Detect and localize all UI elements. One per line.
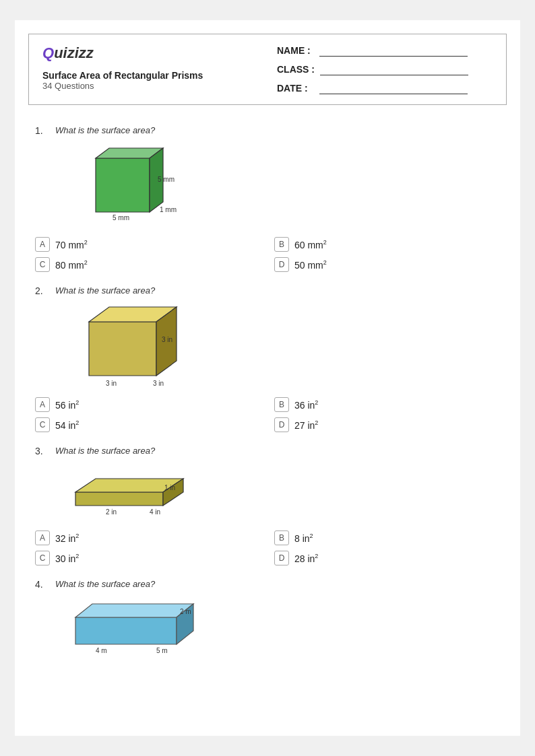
q1-letter-c: C (35, 257, 50, 272)
q2-number: 2. (35, 285, 55, 296)
q2-letter-c: C (35, 417, 50, 432)
q1-text-a: 70 mm2 (55, 239, 88, 250)
q3-text-a: 32 in2 (55, 532, 79, 544)
question-1: 1. What is the surface area? 5 mm 5 mm 1… (35, 125, 500, 272)
svg-text:1 mm: 1 mm (160, 206, 177, 213)
svg-marker-19 (75, 604, 193, 617)
q3-number: 3. (35, 446, 55, 456)
svg-text:2 m: 2 m (180, 608, 191, 615)
question-4: 4. What is the surface area? 2 m 4 m 5 m (35, 579, 500, 656)
q2-text: What is the surface area? (55, 285, 155, 296)
q2-text-a: 56 in2 (55, 399, 79, 411)
svg-text:3 in: 3 in (106, 380, 117, 387)
svg-text:3 in: 3 in (153, 380, 164, 387)
name-label: NAME : (277, 45, 314, 56)
q2-text-b: 36 in2 (294, 399, 318, 411)
q4-header: 4. What is the surface area? (35, 579, 500, 590)
q1-letter-b: B (274, 237, 289, 252)
q2-c: C 54 in2 (35, 417, 261, 432)
page: Q uizizz Surface Area of Rectangular Pri… (15, 20, 520, 736)
q3-d: D 28 in2 (274, 551, 500, 565)
content: 1. What is the surface area? 5 mm 5 mm 1… (15, 118, 520, 676)
q3-letter-a: A (35, 530, 50, 545)
q3-c: C 30 in2 (35, 551, 261, 565)
date-label: DATE : (277, 83, 314, 94)
svg-text:5 mm: 5 mm (158, 176, 175, 183)
name-line[interactable] (319, 44, 468, 57)
date-row: DATE : (277, 82, 493, 94)
class-row: CLASS : (277, 63, 493, 75)
q3-b: B 8 in2 (274, 530, 500, 545)
q2-text-c: 54 in2 (55, 419, 79, 431)
svg-marker-12 (75, 492, 163, 506)
q3-figure: 1 in 2 in 4 in (55, 462, 500, 522)
q2-d: D 27 in2 (274, 417, 500, 432)
q3-text-b: 8 in2 (294, 532, 313, 544)
q3-letter-c: C (35, 551, 50, 565)
q2-a: A 56 in2 (35, 397, 261, 412)
svg-marker-18 (75, 617, 177, 644)
q2-letter-d: D (274, 417, 289, 432)
q1-c: C 80 mm2 (35, 257, 261, 272)
q1-letter-d: D (274, 257, 289, 272)
q1-header: 1. What is the surface area? (35, 125, 500, 136)
q1-figure: 5 mm 5 mm 1 mm (55, 141, 500, 229)
q3-header: 3. What is the surface area? (35, 446, 500, 456)
svg-text:5 mm: 5 mm (113, 214, 129, 221)
q3-text-d: 28 in2 (294, 553, 318, 564)
svg-marker-0 (96, 158, 150, 212)
q4-text: What is the surface area? (55, 579, 155, 589)
svg-text:3 in: 3 in (162, 336, 172, 343)
q2-figure: 3 in 3 in 3 in (55, 302, 500, 389)
header-left: Q uizizz Surface Area of Rectangular Pri… (42, 44, 203, 91)
quiz-title: Surface Area of Rectangular Prisms (42, 70, 203, 81)
q3-svg: 1 in 2 in 4 in (55, 462, 203, 522)
q1-svg: 5 mm 5 mm 1 mm (55, 145, 190, 226)
header-box: Q uizizz Surface Area of Rectangular Pri… (28, 34, 507, 105)
q2-letter-b: B (274, 397, 289, 412)
q1-letter-a: A (35, 237, 50, 252)
svg-text:5 m: 5 m (156, 647, 168, 654)
header-right: NAME : CLASS : DATE : (277, 44, 493, 94)
q1-text-b: 60 mm2 (294, 239, 327, 250)
question-3: 3. What is the surface area? 1 in 2 in 4… (35, 446, 500, 565)
q4-svg: 2 m 4 m 5 m (55, 594, 210, 658)
class-line[interactable] (320, 63, 468, 75)
q4-number: 4. (35, 579, 55, 590)
q2-svg: 3 in 3 in 3 in (55, 302, 197, 389)
svg-text:2 in: 2 in (106, 508, 117, 516)
svg-text:4 in: 4 in (150, 508, 160, 516)
q1-a: A 70 mm2 (35, 237, 261, 252)
q3-letter-d: D (274, 551, 289, 565)
q1-number: 1. (35, 125, 55, 136)
q3-text-c: 30 in2 (55, 553, 79, 564)
q1-text-d: 50 mm2 (294, 259, 327, 271)
q2-b: B 36 in2 (274, 397, 500, 412)
logo-rest: uizizz (54, 44, 94, 62)
q3-a: A 32 in2 (35, 530, 261, 545)
q1-answers: A 70 mm2 B 60 mm2 C 80 mm2 D 50 mm2 (35, 237, 500, 272)
svg-text:1 in: 1 in (164, 484, 175, 491)
logo-q: Q (42, 44, 54, 62)
q3-answers: A 32 in2 B 8 in2 C 30 in2 D 28 in2 (35, 530, 500, 565)
q3-text: What is the surface area? (55, 446, 155, 456)
date-line[interactable] (319, 82, 468, 94)
class-label: CLASS : (277, 64, 315, 75)
q1-text-c: 80 mm2 (55, 259, 88, 271)
q2-answers: A 56 in2 B 36 in2 C 54 in2 D 27 in2 (35, 397, 500, 432)
q2-text-d: 27 in2 (294, 419, 318, 431)
q2-letter-a: A (35, 397, 50, 412)
name-row: NAME : (277, 44, 493, 57)
question-2: 2. What is the surface area? 3 in 3 in 3… (35, 285, 500, 432)
logo: Q uizizz (42, 44, 203, 62)
q3-letter-b: B (274, 530, 289, 545)
q4-figure: 2 m 4 m 5 m (55, 595, 500, 656)
svg-marker-6 (89, 322, 156, 376)
svg-text:4 m: 4 m (96, 647, 107, 654)
q2-header: 2. What is the surface area? (35, 285, 500, 296)
q1-text: What is the surface area? (55, 125, 155, 135)
quiz-count: 34 Questions (42, 81, 203, 91)
q1-d: D 50 mm2 (274, 257, 500, 272)
q1-b: B 60 mm2 (274, 237, 500, 252)
